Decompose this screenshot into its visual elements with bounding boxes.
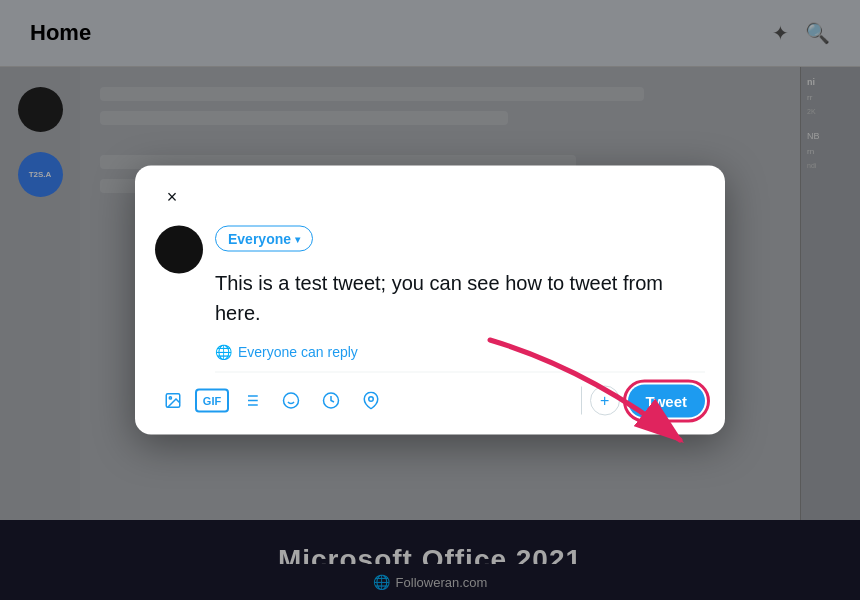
close-button[interactable]: × [155,180,189,214]
poll-button[interactable] [233,383,269,419]
compose-modal: × Everyone ▾ This is a test tweet; you c… [135,166,725,435]
gif-button[interactable]: GIF [195,389,229,413]
modal-toolbar: GIF [135,373,725,435]
image-upload-button[interactable] [155,383,191,419]
chevron-down-icon: ▾ [295,233,300,244]
globe-icon: 🌐 [215,344,232,360]
user-avatar [155,226,203,274]
svg-point-1 [169,397,171,399]
toolbar-right: + Tweet [573,384,705,417]
svg-point-8 [284,393,299,408]
toolbar-icons: GIF [155,383,389,419]
toolbar-divider [581,387,582,415]
modal-content-area: Everyone ▾ This is a test tweet; you can… [215,226,705,373]
reply-info-label: Everyone can reply [238,344,358,360]
modal-body: Everyone ▾ This is a test tweet; you can… [135,214,725,373]
emoji-button[interactable] [273,383,309,419]
gif-label: GIF [203,395,221,407]
audience-button[interactable]: Everyone ▾ [215,226,313,252]
audience-label: Everyone [228,231,291,247]
svg-point-12 [369,397,374,402]
modal-header: × [135,166,725,214]
tweet-text-content: This is a test tweet; you can see how to… [215,264,705,344]
add-thread-button[interactable]: + [590,386,620,416]
location-button[interactable] [353,383,389,419]
tweet-submit-button[interactable]: Tweet [628,384,705,417]
reply-info: 🌐 Everyone can reply [215,344,705,373]
schedule-button[interactable] [313,383,349,419]
